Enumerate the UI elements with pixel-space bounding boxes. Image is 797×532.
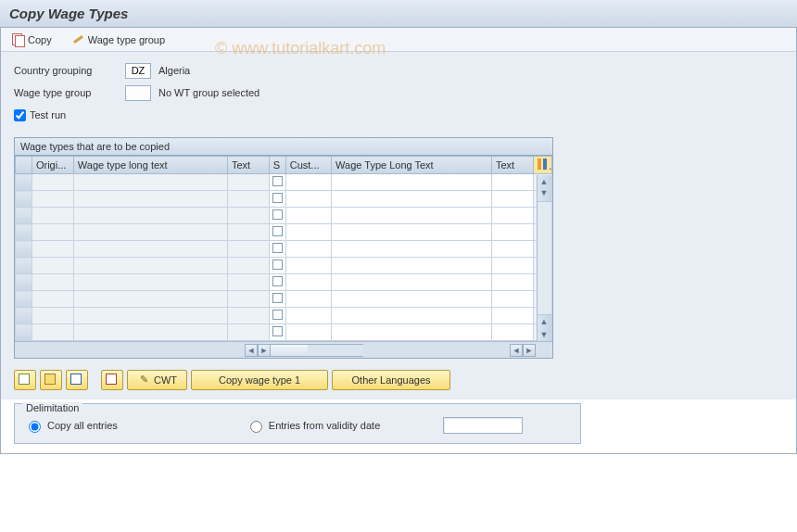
cell-text[interactable] — [227, 274, 269, 291]
cell-wage-type-long-text-2[interactable] — [332, 224, 492, 241]
cell-wage-type-long-text-2[interactable] — [332, 208, 492, 224]
checkbox-icon[interactable] — [272, 276, 283, 286]
row-selector[interactable] — [16, 191, 32, 208]
cell-wage-type-long-text-2[interactable] — [332, 274, 492, 291]
checkbox-icon[interactable] — [272, 260, 283, 270]
wage-type-group-input[interactable] — [125, 85, 151, 101]
cell-s[interactable] — [269, 191, 285, 208]
table-row[interactable] — [16, 324, 552, 341]
table-row[interactable] — [16, 308, 552, 324]
table-row[interactable] — [16, 258, 552, 274]
copy-all-entries-radio-input[interactable] — [29, 421, 41, 433]
table-row[interactable] — [16, 191, 552, 208]
cell-text-2[interactable] — [491, 241, 533, 258]
cell-wage-type-long-text-2[interactable] — [332, 241, 492, 258]
cell-text[interactable] — [227, 291, 269, 308]
cell-s[interactable] — [269, 241, 285, 258]
copy-all-entries-radio[interactable]: Copy all entries — [24, 418, 118, 433]
checkbox-icon[interactable] — [272, 310, 283, 320]
icon-button-2[interactable] — [40, 370, 62, 390]
copy-wage-type-1-button[interactable]: Copy wage type 1 — [191, 370, 328, 390]
row-selector[interactable] — [16, 224, 32, 241]
cell-text[interactable] — [227, 174, 269, 191]
scroll-down-step-icon[interactable]: ▼ — [538, 186, 550, 199]
cell-wage-type-long-text-2[interactable] — [332, 308, 492, 324]
table-row[interactable] — [16, 174, 552, 191]
checkbox-icon[interactable] — [272, 226, 283, 236]
select-all-header[interactable] — [16, 157, 32, 174]
cell-text-2[interactable] — [491, 324, 533, 341]
icon-button-3[interactable] — [66, 370, 88, 390]
row-selector[interactable] — [16, 274, 32, 291]
cell-wage-type-long-text[interactable] — [73, 274, 227, 291]
checkbox-icon[interactable] — [272, 193, 283, 203]
row-selector[interactable] — [16, 308, 32, 324]
cell-cust[interactable] — [285, 191, 331, 208]
icon-button-1[interactable] — [14, 370, 36, 390]
cell-cust[interactable] — [285, 174, 331, 191]
cell-text[interactable] — [227, 191, 269, 208]
icon-button-4[interactable] — [101, 370, 123, 390]
scroll-up-step-icon[interactable]: ▲ — [538, 315, 550, 328]
cell-cust[interactable] — [285, 291, 331, 308]
cell-wage-type-long-text[interactable] — [73, 208, 227, 224]
cell-wage-type-long-text[interactable] — [73, 174, 227, 191]
validity-date-input[interactable] — [443, 417, 523, 434]
cell-text-2[interactable] — [491, 274, 533, 291]
cell-cust[interactable] — [285, 208, 331, 224]
cell-origi[interactable] — [32, 274, 73, 291]
hscroll-left-group[interactable]: ◄ ► — [245, 344, 363, 357]
cell-wage-type-long-text[interactable] — [73, 324, 227, 341]
cell-text[interactable] — [227, 324, 269, 341]
col-text-2[interactable]: Text — [491, 157, 533, 174]
cell-wage-type-long-text[interactable] — [73, 224, 227, 241]
cell-text-2[interactable] — [491, 308, 533, 324]
cell-wage-type-long-text[interactable] — [73, 308, 227, 324]
cell-text-2[interactable] — [491, 291, 533, 308]
cell-text-2[interactable] — [491, 191, 533, 208]
cell-wage-type-long-text-2[interactable] — [332, 174, 492, 191]
hscroll-left-icon[interactable]: ◄ — [245, 344, 258, 357]
entries-from-date-radio[interactable]: Entries from validity date — [246, 418, 380, 433]
cell-origi[interactable] — [32, 291, 73, 308]
cell-s[interactable] — [269, 208, 285, 224]
cell-s[interactable] — [269, 308, 285, 324]
vertical-scrollbar[interactable]: ▲ ▼ ▲ ▼ — [537, 175, 551, 341]
cell-wage-type-long-text[interactable] — [73, 258, 227, 274]
cell-origi[interactable] — [32, 224, 73, 241]
hscroll-left-icon-2[interactable]: ◄ — [510, 344, 523, 357]
cell-cust[interactable] — [285, 241, 331, 258]
wage-type-group-button[interactable]: Wage type group — [69, 32, 169, 47]
cell-s[interactable] — [269, 291, 285, 308]
scroll-track[interactable] — [538, 201, 551, 315]
cell-origi[interactable] — [32, 324, 73, 341]
col-s[interactable]: S — [269, 157, 285, 174]
cell-text[interactable] — [227, 241, 269, 258]
entries-from-date-radio-input[interactable] — [250, 421, 262, 433]
cell-wage-type-long-text[interactable] — [73, 291, 227, 308]
hscroll-right-group[interactable]: ◄ ► — [510, 344, 536, 357]
hscroll-thumb[interactable] — [271, 344, 308, 357]
cell-origi[interactable] — [32, 308, 73, 324]
hscroll-right-icon[interactable]: ► — [258, 344, 271, 357]
cell-text[interactable] — [227, 224, 269, 241]
cell-origi[interactable] — [32, 174, 73, 191]
row-selector[interactable] — [16, 241, 32, 258]
row-selector[interactable] — [16, 291, 32, 308]
cell-s[interactable] — [269, 258, 285, 274]
cell-cust[interactable] — [285, 274, 331, 291]
checkbox-icon[interactable] — [272, 293, 283, 303]
table-row[interactable] — [16, 274, 552, 291]
other-languages-button[interactable]: Other Languages — [332, 370, 450, 390]
cell-wage-type-long-text[interactable] — [73, 241, 227, 258]
cwt-button[interactable]: CWT — [127, 370, 187, 390]
copy-button[interactable]: Copy — [8, 32, 56, 47]
cell-wage-type-long-text-2[interactable] — [332, 258, 492, 274]
cell-cust[interactable] — [285, 224, 331, 241]
col-wage-type-long-text-2[interactable]: Wage Type Long Text — [332, 157, 492, 174]
table-row[interactable] — [16, 208, 552, 224]
cell-s[interactable] — [269, 224, 285, 241]
cell-cust[interactable] — [285, 324, 331, 341]
col-wage-type-long-text[interactable]: Wage type long text — [73, 157, 227, 174]
cell-wage-type-long-text[interactable] — [73, 191, 227, 208]
